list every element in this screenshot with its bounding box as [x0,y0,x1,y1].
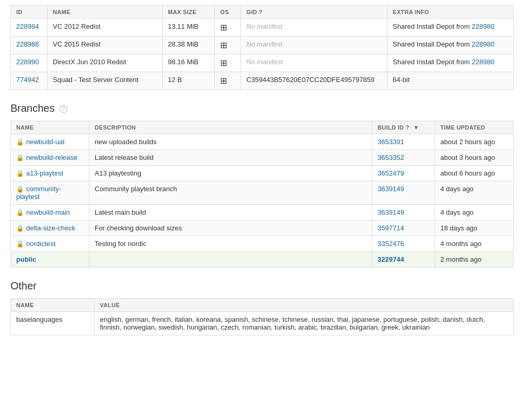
buildid-link[interactable]: 3652479 [378,169,404,177]
branches-title: Branches ? [10,102,514,114]
branch-name-link[interactable]: newbuild-release [26,154,77,161]
depot-os: ⊞ [215,37,241,54]
branch-name: 🔒community-playtest [11,181,89,205]
extra-info-link[interactable]: 228980 [472,58,494,66]
extra-info-text: Shared Install Depot from [393,58,472,66]
buildid-link[interactable]: 3639149 [378,208,404,216]
lock-icon: 🔒 [16,170,24,177]
buildid-sort-icon[interactable]: ▼ [413,124,419,131]
depot-id: 774942 [11,72,48,90]
other-col-name: NAME [11,299,95,312]
buildid-link[interactable]: 3639149 [378,185,404,193]
branch-name: 🔒a13-playtest [11,166,89,181]
depot-maxsize: 13.11 MiB [163,19,215,37]
depot-id-link[interactable]: 228986 [16,40,39,48]
branch-name-link[interactable]: a13-playtest [26,169,63,177]
no-manifest-label: No manifest [246,22,282,30]
depot-os: ⊞ [215,72,241,90]
gid-value: C359443B57620E07CC20DFE495797859 [246,76,374,84]
depot-col-name: NAME [48,6,163,19]
depot-extrainfo: 64-bit [388,72,514,90]
other-col-value: VALUE [95,299,514,312]
lock-icon: 🔒 [16,185,24,193]
buildid-link[interactable]: 3229744 [378,255,404,263]
branch-description [89,252,372,267]
branch-description: Latest main build [89,205,372,220]
other-name: baselanguages [11,312,95,335]
extra-info-text: Shared Install Depot from [393,22,472,30]
depot-id: 228990 [11,54,48,72]
branch-name: 🔒newbuild-uat [11,134,89,150]
lock-icon: 🔒 [16,154,24,161]
branch-description: Testing for nordic [89,236,372,252]
branch-col-desc: DESCRIPTION [89,121,372,134]
depot-extrainfo: Shared Install Depot from 228980 [388,19,514,37]
branch-name-link[interactable]: newbuild-main [26,208,70,216]
extra-info-link[interactable]: 228980 [472,22,494,30]
branch-name-link[interactable]: delta-size-check [26,224,75,232]
branch-timeupdated: about 3 hours ago [435,150,514,166]
branch-buildid: 3229744 [372,252,435,267]
branch-name: 🔒newbuild-release [11,150,89,166]
depot-os: ⊞ [215,19,241,37]
buildid-link[interactable]: 3653352 [378,154,404,161]
depot-maxsize: 98.16 MiB [163,54,215,72]
depot-name: VC 2012 Redist [48,19,163,37]
depot-name: VC 2015 Redist [48,37,163,54]
depot-maxsize: 12 B [163,72,215,90]
branch-name: public [11,252,89,267]
branch-buildid: 3653352 [372,150,435,166]
windows-icon: ⊞ [220,76,227,86]
branch-name: 🔒delta-size-check [11,220,89,236]
no-manifest-label: No manifest [246,58,282,66]
depot-id-link[interactable]: 774942 [16,76,39,84]
buildid-link[interactable]: 3597714 [378,224,404,232]
lock-icon: 🔒 [16,138,24,146]
branch-name-link[interactable]: newbuild-uat [26,138,65,146]
branch-buildid: 3652479 [372,166,435,181]
depot-col-maxsize: MAX SIZE [163,6,215,19]
branch-timeupdated: 18 days ago [435,220,514,236]
extra-info-text: 64-bit [393,76,410,84]
depot-id-link[interactable]: 228984 [16,22,39,30]
depot-gid: C359443B57620E07CC20DFE495797859 [241,72,388,90]
branch-col-buildid[interactable]: BUILD ID ? ▼ [372,121,435,134]
branches-help-icon[interactable]: ? [60,105,67,113]
buildid-link[interactable]: 3352476 [378,240,404,248]
depot-extrainfo: Shared Install Depot from 228980 [388,54,514,72]
depot-gid: No manifest [241,19,388,37]
extra-info-link[interactable]: 228980 [472,40,494,48]
branch-timeupdated: about 2 hours ago [435,134,514,150]
gid-help-icon[interactable]: ? [259,9,263,15]
depot-gid: No manifest [241,54,388,72]
depot-col-os: OS [215,6,241,19]
branch-description: Community playtest branch [89,181,372,205]
lock-icon: 🔒 [16,209,24,216]
branch-description: Latest release build [89,150,372,166]
branch-col-name: NAME [11,121,89,134]
branch-description: new uploaded builds [89,134,372,150]
depot-id: 228984 [11,19,48,37]
no-manifest-label: No manifest [246,40,282,48]
branch-name-link[interactable]: nordictest [26,240,55,248]
depot-extrainfo: Shared Install Depot from 228980 [388,37,514,54]
windows-icon: ⊞ [220,40,227,50]
branch-col-timeupdated: TIME UPDATED [435,121,514,134]
branch-buildid: 3639149 [372,181,435,205]
branch-description: For checking download sizes [89,220,372,236]
branch-buildid: 3639149 [372,205,435,220]
buildid-link[interactable]: 3653391 [378,138,404,146]
lock-icon: 🔒 [16,225,24,232]
branches-table: NAME DESCRIPTION BUILD ID ? ▼ TIME UPDAT… [10,121,514,267]
depot-name: DirectX Jun 2010 Redist [48,54,163,72]
depot-id-link[interactable]: 228990 [16,58,39,66]
branch-timeupdated: 4 days ago [435,181,514,205]
branch-name-link[interactable]: public [16,255,36,263]
depot-id: 228986 [11,37,48,54]
buildid-help-icon[interactable]: ? [406,124,409,131]
depot-os: ⊞ [215,54,241,72]
other-value: english, german, french, italian, korean… [95,312,514,335]
depot-col-gid: GID ? [241,6,388,19]
depot-name: Squad - Test Server Content [48,72,163,90]
branch-name: 🔒newbuild-main [11,205,89,220]
